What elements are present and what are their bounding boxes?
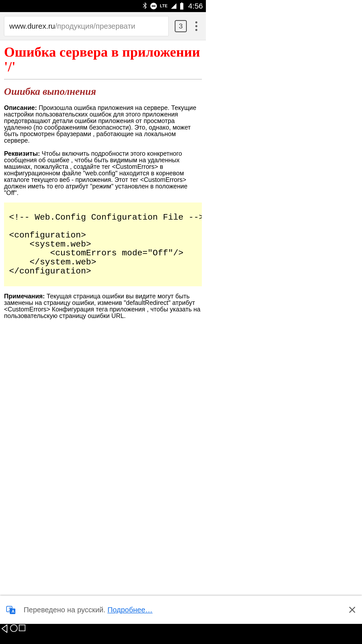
notes-paragraph: Примечания: Текущая страница ошибки вы в… bbox=[4, 293, 202, 319]
browser-toolbar: www.durex.ru/продукция/презервати 3 bbox=[0, 12, 206, 40]
details-label: Реквизиты: bbox=[4, 150, 40, 157]
url-path: /продукция/презервати bbox=[55, 22, 135, 30]
network-label: LTE bbox=[160, 4, 168, 8]
page-content: Ошибка сервера в приложении '/' Ошибка в… bbox=[0, 40, 206, 326]
tabs-button[interactable]: 3 bbox=[175, 20, 187, 32]
details-paragraph: Реквизиты: Чтобы включить подробности эт… bbox=[4, 150, 202, 196]
status-bar: LTE 4:56 bbox=[0, 0, 206, 12]
kebab-dot-icon bbox=[195, 21, 197, 23]
url-domain: www.durex.ru bbox=[9, 22, 55, 30]
description-label: Описание: bbox=[4, 104, 37, 111]
do-not-disturb-icon bbox=[150, 3, 157, 9]
kebab-dot-icon bbox=[195, 29, 197, 31]
error-subtitle: Ошибка выполнения bbox=[4, 86, 202, 97]
clock: 4:56 bbox=[188, 2, 203, 10]
url-bar[interactable]: www.durex.ru/продукция/презервати bbox=[4, 16, 169, 36]
signal-icon bbox=[171, 3, 177, 9]
code-block: <!-- Web.Config Configuration File --> <… bbox=[4, 203, 202, 287]
description-paragraph: Описание: Произошла ошибка приложения на… bbox=[4, 104, 202, 144]
divider bbox=[4, 79, 202, 79]
notes-label: Примечания: bbox=[4, 293, 45, 300]
error-title: Ошибка сервера в приложении '/' bbox=[4, 45, 202, 74]
kebab-dot-icon bbox=[195, 25, 197, 27]
more-menu-button[interactable] bbox=[191, 19, 202, 34]
tabs-count: 3 bbox=[179, 22, 183, 30]
details-text: Чтобы включить подробности этого конкрет… bbox=[4, 150, 188, 196]
battery-icon bbox=[180, 3, 184, 10]
bluetooth-icon bbox=[142, 2, 147, 10]
